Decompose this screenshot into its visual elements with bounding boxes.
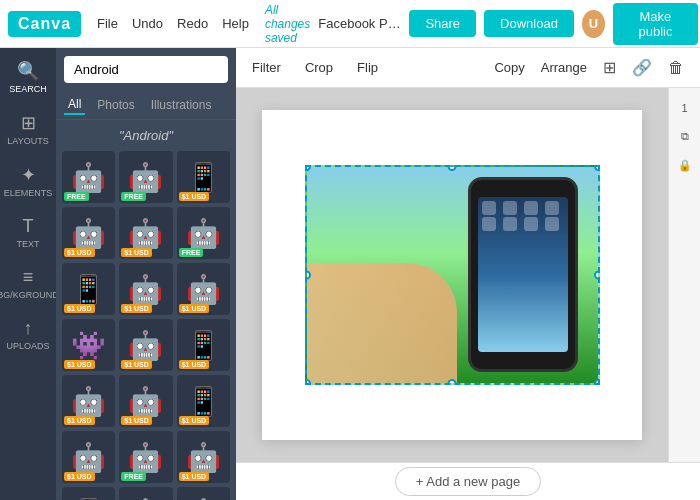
list-item[interactable]: 🤖$1 USD	[119, 375, 172, 427]
handle-bottom-mid[interactable]	[448, 379, 457, 385]
page-number: 1	[679, 98, 689, 118]
list-item[interactable]: 🤖$1 USD	[177, 263, 230, 315]
share-button[interactable]: Share	[409, 10, 476, 37]
android-icon: 📱	[71, 497, 106, 501]
list-item[interactable]: 🤖$1 USD	[119, 207, 172, 259]
layouts-icon: ⊞	[21, 112, 36, 134]
list-item[interactable]: 🤖FREE	[119, 151, 172, 203]
sidebar-label-elements: ELEMENTS	[4, 188, 53, 198]
android-icon: 📱	[186, 161, 221, 194]
uploads-icon: ↑	[24, 318, 33, 339]
copy-page-icon[interactable]: ⧉	[679, 126, 691, 147]
handle-mid-right[interactable]	[594, 271, 600, 280]
toolbar-copy[interactable]: Copy	[494, 60, 524, 75]
sidebar-item-layouts[interactable]: ⊞ LAYOUTS	[0, 104, 56, 154]
android-icon: 🤖	[186, 441, 221, 474]
toolbar-flip[interactable]: Flip	[357, 60, 378, 75]
nav-menu: File Undo Redo Help	[97, 16, 249, 31]
grid-icon[interactable]: ⊞	[603, 58, 616, 77]
price-badge: $1 USD	[64, 472, 95, 481]
sidebar-label-text: TEXT	[16, 239, 39, 249]
app-icon	[545, 217, 559, 231]
toolbar-filter[interactable]: Filter	[252, 60, 281, 75]
left-panel: All Photos Illustrations "Android" 🤖FREE…	[56, 48, 236, 500]
phone-mockup	[468, 177, 578, 372]
nav-undo[interactable]: Undo	[132, 16, 163, 31]
list-item[interactable]: 📱$1 USD	[177, 151, 230, 203]
list-item[interactable]: 🤖$1 USD	[62, 431, 115, 483]
nav-file[interactable]: File	[97, 16, 118, 31]
trash-icon[interactable]: 🗑	[668, 59, 684, 77]
tab-illustrations[interactable]: Illustrations	[147, 96, 216, 114]
tab-all[interactable]: All	[64, 95, 85, 115]
android-icon: 🤖	[71, 385, 106, 418]
selected-image[interactable]: ↻	[305, 165, 600, 385]
price-badge: $1 USD	[179, 472, 210, 481]
handle-bottom-left[interactable]	[305, 379, 311, 385]
nav-help[interactable]: Help	[222, 16, 249, 31]
price-badge: $1 USD	[64, 304, 95, 313]
android-icon: 🤖	[128, 273, 163, 306]
tab-photos[interactable]: Photos	[93, 96, 138, 114]
list-item[interactable]: 📱$1 USD	[62, 263, 115, 315]
sidebar-label-layouts: LAYOUTS	[7, 136, 48, 146]
toolbar-arrange[interactable]: Arrange	[541, 60, 587, 75]
sidebar-item-uploads[interactable]: ↑ UPLOADS	[0, 310, 56, 359]
sidebar-item-elements[interactable]: ✦ ELEMENTS	[0, 156, 56, 206]
project-title: Facebook Post ...	[318, 16, 401, 31]
list-item[interactable]: 📱$1 USD	[177, 375, 230, 427]
android-icon: 🤖	[71, 441, 106, 474]
list-item[interactable]: 🤖$1 USD	[62, 207, 115, 259]
list-item[interactable]: 📱$1 USD	[62, 487, 115, 500]
canvas-page: ↻	[262, 110, 642, 440]
lock-icon[interactable]: 🔒	[676, 155, 694, 176]
body-layout: 🔍 SEARCH ⊞ LAYOUTS ✦ ELEMENTS T TEXT ≡ B…	[0, 48, 700, 500]
list-item[interactable]: 🤖$1 USD	[177, 487, 230, 500]
top-toolbar: Filter Crop Flip Copy Arrange ⊞ 🔗 🗑	[236, 48, 700, 88]
android-icon: 🤖	[128, 329, 163, 362]
sidebar-item-text[interactable]: T TEXT	[0, 208, 56, 257]
app-icons-grid	[478, 197, 568, 235]
android-icon: 🤖	[128, 217, 163, 250]
main-area: Filter Crop Flip Copy Arrange ⊞ 🔗 🗑	[236, 48, 700, 500]
results-grid: 🤖FREE🤖FREE📱$1 USD🤖$1 USD🤖$1 USD🤖FREE📱$1 …	[56, 147, 236, 500]
price-badge: $1 USD	[121, 360, 152, 369]
price-badge: $1 USD	[179, 360, 210, 369]
list-item[interactable]: 🤖FREE	[62, 151, 115, 203]
app-icon	[503, 217, 517, 231]
handle-bottom-right[interactable]	[594, 379, 600, 385]
link-icon[interactable]: 🔗	[632, 58, 652, 77]
android-icon: 📱	[186, 385, 221, 418]
search-input[interactable]	[64, 56, 228, 83]
list-item[interactable]: 🤖$1 USD	[62, 375, 115, 427]
android-icon: 🤖	[186, 217, 221, 250]
list-item[interactable]: 🤖FREE	[119, 431, 172, 483]
list-item[interactable]: 🤖$1 USD	[119, 319, 172, 371]
price-badge: FREE	[121, 472, 146, 481]
canva-logo[interactable]: Canva	[8, 11, 81, 37]
avatar[interactable]: U	[582, 10, 605, 38]
background-icon: ≡	[23, 267, 34, 288]
list-item[interactable]: 🤖$1 USD	[177, 431, 230, 483]
nav-redo[interactable]: Redo	[177, 16, 208, 31]
download-button[interactable]: Download	[484, 10, 574, 37]
text-icon: T	[23, 216, 34, 237]
app-icon	[482, 217, 496, 231]
navbar-right: Facebook Post ... Share Download U Make …	[318, 3, 698, 45]
list-item[interactable]: 🤖FREE	[177, 207, 230, 259]
add-page-button[interactable]: + Add a new page	[395, 467, 541, 496]
app-icon	[503, 201, 517, 215]
list-item[interactable]: 🤖$1 USD	[119, 487, 172, 500]
price-badge: $1 USD	[179, 416, 210, 425]
make-public-button[interactable]: Make public	[613, 3, 698, 45]
sidebar-item-search[interactable]: 🔍 SEARCH	[0, 52, 56, 102]
sidebar-item-background[interactable]: ≡ BG/KGROUND	[0, 259, 56, 308]
right-panel: 1 ⧉ 🔒	[668, 88, 700, 462]
list-item[interactable]: 📱$1 USD	[177, 319, 230, 371]
android-icon: 🤖	[186, 497, 221, 501]
toolbar-crop[interactable]: Crop	[305, 60, 333, 75]
list-item[interactable]: 🤖$1 USD	[119, 263, 172, 315]
sidebar-label-background: BG/KGROUND	[0, 290, 59, 300]
canvas-area[interactable]: ↻	[236, 88, 668, 462]
list-item[interactable]: 👾$1 USD	[62, 319, 115, 371]
